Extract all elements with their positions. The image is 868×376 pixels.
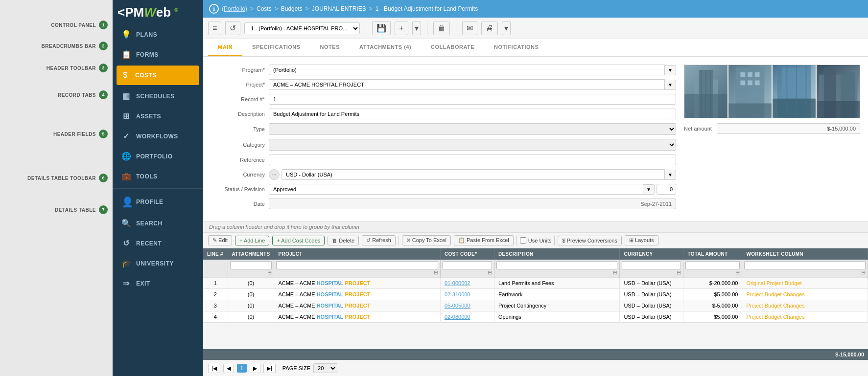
program-dropdown-btn[interactable]: ▼ [665, 65, 676, 75]
sidebar-item-plans[interactable]: 💡 PLANS [113, 24, 203, 44]
col-line[interactable]: LINE # [203, 248, 228, 260]
tab-notifications[interactable]: NOTIFICATIONS [484, 39, 548, 56]
filter-currency-input[interactable] [622, 261, 681, 269]
info-icon[interactable]: ℹ [209, 4, 219, 14]
add-dropdown-button[interactable]: ▾ [412, 21, 421, 35]
sidebar-item-profile[interactable]: 👤 PROFILE [113, 191, 203, 213]
sidebar-item-recent[interactable]: ↺ RECENT [113, 233, 203, 253]
description-field[interactable] [269, 109, 676, 119]
page-size-select[interactable]: 20 50 100 [313, 363, 337, 373]
revision-field[interactable] [657, 184, 676, 195]
sidebar-item-schedules[interactable]: ▦ SCHEDULES [113, 86, 203, 106]
filter-project-icon[interactable]: ⊟ [434, 269, 438, 276]
tab-specifications[interactable]: SPECIFICATIONS [242, 39, 310, 56]
hamburger-button[interactable]: ≡ [208, 22, 221, 35]
cost-code-link-2[interactable]: 02-310000 [445, 291, 470, 297]
next-page-btn[interactable]: ▶ [250, 364, 260, 373]
cost-code-link-4[interactable]: 02-080000 [445, 314, 470, 320]
paste-excel-button[interactable]: 📋 Paste From Excel [454, 235, 514, 245]
col-cost-code[interactable]: COST CODE* [440, 248, 494, 260]
category-select[interactable] [269, 139, 676, 151]
add-button[interactable]: + [395, 22, 408, 35]
sidebar-item-portfolio[interactable]: 🌐 PORTFOLIO [113, 146, 203, 166]
cost-code-link-1[interactable]: 01-000002 [445, 280, 470, 286]
form-row-currency: Currency ··· ▼ [211, 169, 676, 180]
current-page-btn[interactable]: 1 [237, 364, 247, 373]
add-line-button[interactable]: + Add Line [235, 236, 269, 245]
annotation-details-table: DETAILS TABLE 7 [55, 205, 108, 214]
currency-dots-btn[interactable]: ··· [269, 169, 280, 180]
filter-project-input[interactable] [276, 261, 438, 269]
currency-dropdown-btn[interactable]: ▼ [665, 170, 676, 180]
svg-rect-8 [748, 72, 752, 77]
save-button[interactable]: 💾 [372, 21, 391, 35]
sidebar-item-costs[interactable]: $ COSTS [117, 66, 199, 85]
sidebar-item-exit[interactable]: ⇒ EXIT [113, 273, 203, 293]
record-field[interactable] [269, 94, 676, 105]
filter-worksheet-input[interactable] [744, 261, 866, 269]
reference-field[interactable] [269, 155, 676, 165]
sidebar-item-search[interactable]: 🔍 SEARCH [113, 213, 203, 233]
use-units-checkbox[interactable] [520, 237, 526, 243]
tab-collaborate[interactable]: COLLABORATE [421, 39, 484, 56]
add-cost-codes-button[interactable]: + Add Cost Codes [272, 236, 325, 245]
sidebar-item-assets[interactable]: ⊞ ASSETS [113, 106, 203, 126]
details-table-wrap[interactable]: LINE # ATTACHMENTS PROJECT COST CODE* DE… [203, 248, 868, 349]
email-button[interactable]: ✉ [462, 21, 477, 35]
filter-attachments-input[interactable] [230, 261, 272, 269]
filter-amount-input[interactable] [685, 261, 740, 269]
print-dropdown-button[interactable]: ▾ [502, 21, 511, 35]
col-currency[interactable]: CURRENCY [620, 248, 683, 260]
print-button[interactable]: 🖨 [481, 22, 498, 35]
col-project[interactable]: PROJECT [274, 248, 440, 260]
sidebar-item-university[interactable]: 🎓 UNIVERSITY [113, 253, 203, 273]
filter-cost-code-input[interactable] [443, 261, 492, 269]
breadcrumb-current: 1 - Budget Adjustment for Land Permits [375, 5, 478, 12]
edit-button[interactable]: ✎ Edit [208, 235, 232, 245]
sidebar-item-tools[interactable]: 💼 TOOLS [113, 166, 203, 186]
use-units-checkbox-wrap[interactable]: Use Units [520, 237, 552, 243]
first-page-btn[interactable]: |◀ [208, 364, 220, 373]
copy-excel-button[interactable]: ✕ Copy To Excel [402, 235, 451, 245]
col-total-amount[interactable]: TOTAL AMOUNT [683, 248, 742, 260]
col-description[interactable]: DESCRIPTION [494, 248, 620, 260]
project-dropdown-btn[interactable]: ▼ [665, 80, 676, 90]
cell-cost-code-4: 02-080000 [440, 311, 494, 323]
undo-button[interactable]: ↺ [225, 21, 240, 35]
schedules-icon: ▦ [121, 91, 131, 101]
filter-cost-code-icon[interactable]: ⊟ [488, 269, 492, 276]
col-attachments[interactable]: ATTACHMENTS [228, 248, 274, 260]
cell-attachments-1: (0) [228, 278, 274, 289]
layouts-button[interactable]: ⊞ Layouts [625, 235, 658, 245]
filter-amount-icon[interactable]: ⊟ [735, 269, 740, 276]
date-field[interactable] [269, 199, 676, 209]
delete-button[interactable]: 🗑 [433, 22, 450, 35]
sidebar-item-forms[interactable]: 📋 FORMS [113, 44, 203, 65]
tab-notes[interactable]: NOTES [310, 39, 350, 56]
sidebar-item-workflows[interactable]: ✓ WORKFLOWS [113, 126, 203, 146]
filter-worksheet-icon[interactable]: ⊟ [861, 269, 866, 276]
program-field[interactable] [269, 65, 665, 75]
record-selector[interactable]: 1 - (Portfolio) - ACME HOSPITAL PRO... [244, 22, 360, 34]
filter-description-icon[interactable]: ⊟ [613, 269, 617, 276]
filter-attachments-icon[interactable]: ⊟ [267, 269, 272, 276]
breadcrumb-portfolio[interactable]: (Portfolio) [222, 5, 247, 12]
cost-code-link-3[interactable]: 05-005000 [445, 303, 470, 309]
project-field[interactable] [269, 79, 665, 90]
form-row-description: Description [211, 109, 676, 119]
tab-main[interactable]: MAIN [208, 39, 242, 56]
type-select[interactable] [269, 123, 676, 135]
delete-rows-button[interactable]: 🗑 Delete [328, 236, 359, 245]
col-worksheet[interactable]: WORKSHEET COLUMN [742, 248, 868, 260]
filter-currency: ⊟ [620, 260, 683, 278]
refresh-button[interactable]: ↺ Refresh [362, 235, 396, 245]
prev-page-btn[interactable]: ◀ [223, 364, 234, 373]
preview-conversions-button[interactable]: $ Preview Conversions [558, 236, 622, 245]
status-field[interactable] [269, 184, 643, 195]
filter-description-input[interactable] [496, 261, 618, 269]
tab-attachments[interactable]: ATTACHMENTS (4) [350, 39, 421, 56]
last-page-btn[interactable]: ▶| [263, 364, 276, 373]
filter-currency-icon[interactable]: ⊟ [677, 269, 681, 276]
currency-field[interactable] [282, 169, 665, 180]
status-dropdown-btn[interactable]: ▼ [643, 184, 655, 195]
